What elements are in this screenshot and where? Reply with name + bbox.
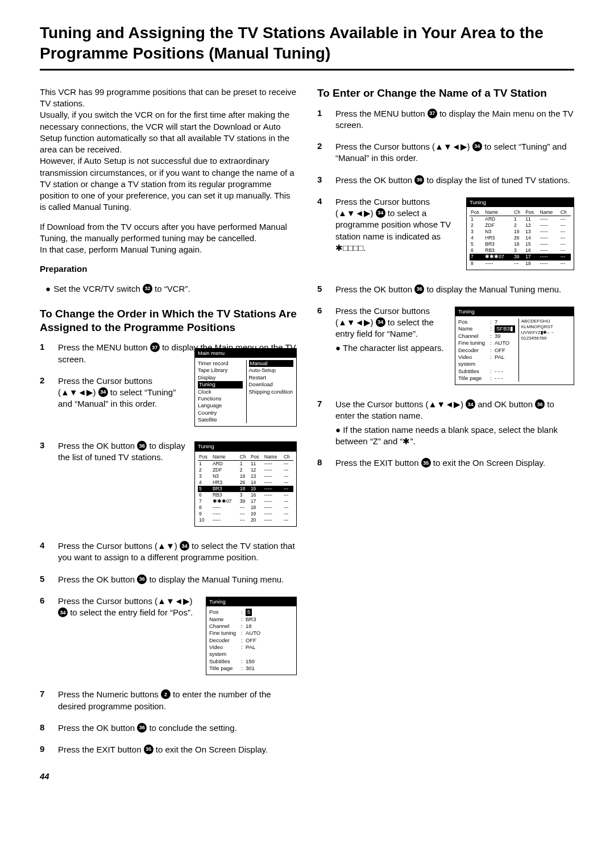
step-a2: 2 Main menu Timer record Tape Library Di…: [40, 375, 297, 430]
section-b-heading: To Enter or Change the Name of a TV Stat…: [317, 86, 574, 100]
step-a7: 7 Press the Numeric buttons 2 to enter t…: [40, 689, 297, 712]
step-a8: 8 Press the OK button 36 to conclude the…: [40, 722, 297, 734]
ref-36-icon: 36: [535, 399, 545, 409]
osd-tuning-detail-2: Tuning Pos:7 Name:SFB3▮ Channel:39 Fine …: [455, 307, 574, 385]
intro-p4: If Download from the TV occurs after you…: [40, 221, 297, 256]
section-a-heading: To Change the Order in Which the TV Stat…: [40, 307, 297, 334]
step-b5: 5 Press the OK button 36 to display the …: [317, 284, 574, 295]
ref-36-icon: 36: [414, 175, 424, 185]
ref-34-icon: 34: [98, 387, 108, 397]
osd-tuning-list-2: Tuning PosNameCh PosNameCh 1ARD111------…: [466, 197, 574, 270]
ref-37-icon: 37: [150, 342, 160, 352]
ref-34-icon: 34: [180, 541, 189, 551]
osd-tuning-list-1: Tuning PosNameCh PosNameCh 1ARD111------…: [194, 441, 297, 527]
ref-34-icon: 34: [466, 399, 475, 409]
ref-35-icon: 35: [144, 745, 154, 754]
osd-tuning-detail-1: Tuning Pos:5 Name:BR3 Channel:18 Fine tu…: [206, 597, 297, 675]
ref-35-icon: 35: [421, 458, 431, 468]
page-title: Tuning and Assigning the TV Stations Ava…: [40, 23, 574, 64]
step-b2: 2 Press the Cursor buttons (▲▼◄▶) 34 to …: [317, 141, 574, 164]
preparation-heading: Preparation: [40, 263, 297, 275]
step-a4: 4 Press the Cursor buttons (▲▼) 34 to se…: [40, 540, 297, 564]
step-a6: 6 Tuning Pos:5 Name:BR3 Channel:18 Fine …: [40, 596, 297, 679]
ref-32-icon: 32: [143, 284, 152, 294]
ref-2-icon: 2: [161, 689, 171, 699]
prep-bullet: ● Set the VCR/TV switch 32 to “VCR”.: [45, 283, 297, 295]
step-b3: 3 Press the OK button 36 to display the …: [317, 175, 574, 186]
page-number: 44: [40, 771, 297, 781]
step-b4: 4 Tuning PosNameCh PosNameCh 1ARD111----…: [317, 196, 574, 274]
step-b8: 8 Press the EXIT button 35 to exit the O…: [317, 457, 574, 469]
step-a9: 9 Press the EXIT button 35 to exit the O…: [40, 744, 297, 755]
ref-34-icon: 34: [376, 208, 385, 218]
title-rule: [40, 69, 574, 71]
step-a3: 3 Tuning PosNameCh PosNameCh 1ARD111----…: [40, 440, 297, 530]
step-a5: 5 Press the OK button 36 to display the …: [40, 574, 297, 585]
intro-p1: This VCR has 99 programme positions that…: [40, 86, 297, 213]
ref-34-icon: 34: [58, 607, 68, 617]
ref-36-icon: 36: [137, 723, 147, 733]
ref-34-icon: 34: [472, 142, 482, 151]
step-b1: 1 Press the MENU button 37 to display th…: [317, 108, 574, 131]
ref-36-icon: 36: [137, 574, 147, 584]
step-b6: 6 Tuning Pos:7 Name:SFB3▮ Channel:39 Fin…: [317, 305, 574, 388]
ref-34-icon: 34: [376, 317, 385, 327]
ref-37-icon: 37: [428, 109, 437, 118]
ref-36-icon: 36: [414, 284, 424, 294]
ref-36-icon: 36: [137, 441, 147, 450]
osd-main-menu: Main menu Timer record Tape Library Disp…: [194, 348, 297, 427]
step-b7: 7 Use the Cursor buttons (▲▼◄▶) 34 and O…: [317, 399, 574, 447]
